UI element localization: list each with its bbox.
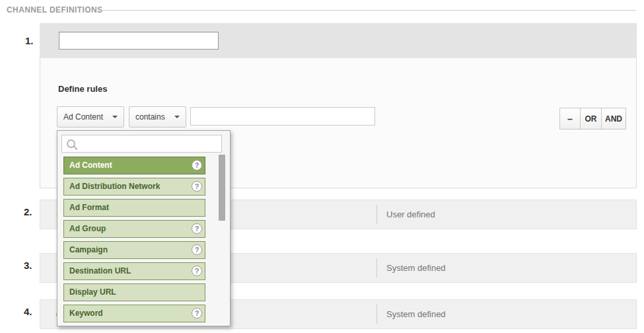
dimension-item-label: Display URL [69, 287, 116, 297]
help-icon[interactable]: ? [192, 244, 202, 255]
dimension-dropdown-button[interactable]: Ad Content [57, 106, 124, 128]
and-condition-button[interactable]: AND [601, 108, 626, 130]
help-icon[interactable]: ? [192, 266, 202, 276]
dimension-list-item[interactable]: Keyword ? [63, 305, 205, 322]
section-title: CHANNEL DEFINITIONS [7, 5, 102, 15]
dimension-item-label: Campaign [69, 245, 108, 254]
vertical-divider [376, 305, 377, 324]
chevron-down-icon [174, 116, 180, 118]
dimension-search-box [61, 135, 222, 153]
channel-type-label: User defined [386, 209, 435, 219]
dimension-list-item[interactable]: Ad Distribution Network ? [63, 178, 205, 196]
channel-row-number: 3. [24, 260, 40, 271]
channel-type-label: System defined [386, 263, 446, 273]
dimension-item-label: Ad Distribution Network [69, 182, 160, 191]
scrollbar-thumb[interactable] [219, 155, 225, 221]
search-icon [67, 139, 75, 148]
operator-dropdown-button[interactable]: contains [129, 106, 186, 128]
rule-value-input[interactable] [190, 107, 375, 126]
dimension-list: Ad Content ? Ad Distribution Network ? A… [63, 157, 205, 326]
help-icon[interactable]: ? [192, 181, 202, 192]
dimension-item-label: Destination URL [69, 266, 131, 276]
rule-row-number: 1. [25, 35, 34, 46]
channel-name-header [40, 23, 637, 58]
operator-dropdown-label: contains [135, 112, 165, 122]
dimension-dropdown-label: Ad Content [63, 112, 103, 122]
chevron-down-icon [112, 116, 118, 118]
dimension-search-input[interactable] [78, 135, 220, 153]
help-icon[interactable]: ? [192, 223, 202, 234]
dimension-list-item[interactable]: Ad Group ? [63, 220, 205, 238]
channel-type-label: System defined [386, 309, 446, 319]
vertical-divider [376, 258, 377, 278]
dimension-list-item[interactable]: Display URL [63, 283, 205, 301]
section-title-divider [99, 10, 636, 11]
remove-rule-button[interactable]: – [559, 108, 581, 130]
rule-logic-button-group: – OR AND [559, 108, 626, 130]
dimension-list-item[interactable]: Campaign ? [63, 241, 205, 259]
channel-row-number: 4. [24, 306, 40, 317]
help-icon[interactable]: ? [192, 160, 202, 170]
dimension-list-item[interactable]: Destination URL ? [63, 262, 205, 280]
dimension-list-item[interactable]: Ad Content ? [63, 157, 205, 174]
dimension-item-label: Ad Group [69, 224, 106, 233]
help-icon[interactable]: ? [192, 308, 202, 318]
vertical-divider [376, 205, 377, 224]
define-rules-heading: Define rules [58, 84, 107, 94]
dimension-list-item[interactable]: Ad Format [63, 199, 205, 217]
dimension-picker-dropdown: Ad Content ? Ad Distribution Network ? A… [57, 130, 231, 326]
or-condition-button[interactable]: OR [580, 108, 602, 130]
dimension-item-label: Keyword [69, 309, 103, 318]
dimension-item-label: Ad Content [69, 161, 112, 170]
dimension-item-label: Ad Format [69, 203, 109, 212]
channel-name-input[interactable] [59, 32, 219, 50]
channel-row-number: 2. [24, 206, 40, 217]
